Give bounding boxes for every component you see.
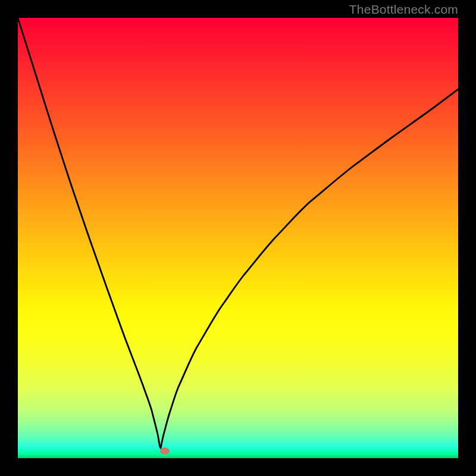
marker-dot bbox=[160, 447, 170, 455]
chart-frame: TheBottleneck.com bbox=[0, 0, 476, 476]
plot-area bbox=[18, 18, 458, 458]
bottleneck-curve bbox=[18, 18, 458, 448]
watermark-text: TheBottleneck.com bbox=[349, 2, 458, 17]
curve-layer bbox=[18, 18, 458, 458]
